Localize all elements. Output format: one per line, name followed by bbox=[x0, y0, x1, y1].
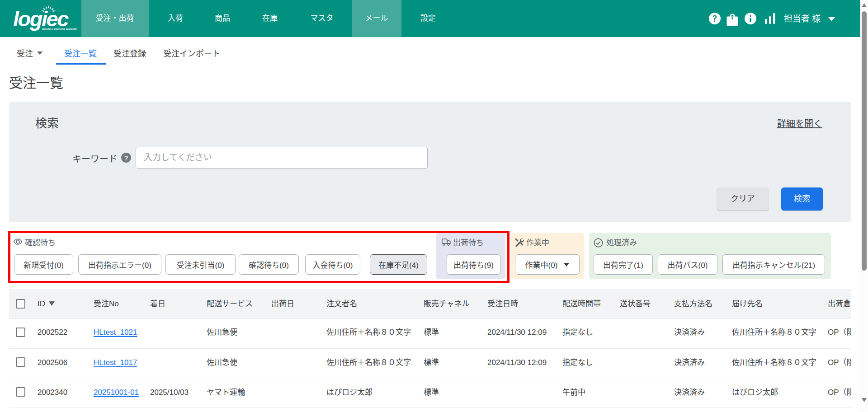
svg-text:担当者 様: 担当者 様 bbox=[784, 14, 821, 23]
svg-text:logistics x enterprise connect: logistics x enterprise connector bbox=[42, 28, 77, 30]
svg-text:?: ? bbox=[124, 154, 128, 162]
